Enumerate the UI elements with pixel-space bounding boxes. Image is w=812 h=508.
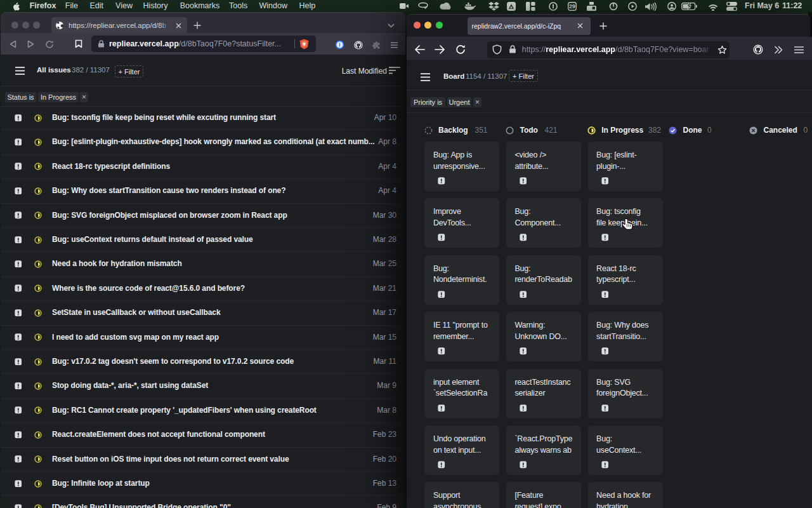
svg-text:29: 29 [569, 3, 575, 10]
